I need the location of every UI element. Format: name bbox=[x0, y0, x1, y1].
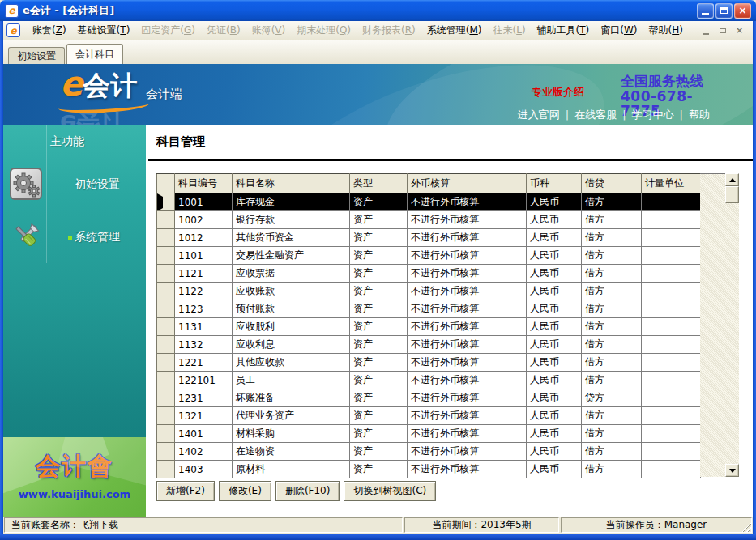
row-selector-cell[interactable] bbox=[157, 461, 175, 478]
scroll-up-button[interactable] bbox=[725, 173, 739, 186]
delete-button[interactable]: 删除(F10) bbox=[275, 481, 340, 501]
cell[interactable]: 人民币 bbox=[527, 211, 582, 229]
table-row[interactable]: 1402在途物资资产不进行外币核算人民币借方 bbox=[157, 443, 701, 461]
row-selector-cell[interactable] bbox=[157, 425, 175, 443]
column-header-4[interactable]: 外币核算 bbox=[408, 174, 527, 193]
cell[interactable]: 资产 bbox=[350, 247, 408, 265]
column-header-2[interactable]: 科目名称 bbox=[233, 174, 350, 193]
vertical-scrollbar[interactable] bbox=[725, 173, 739, 477]
cell[interactable]: 资产 bbox=[350, 461, 408, 478]
cell[interactable]: 不进行外币核算 bbox=[408, 443, 527, 461]
cell[interactable]: 应收票据 bbox=[233, 265, 350, 283]
column-header-6[interactable]: 借贷 bbox=[582, 174, 642, 193]
row-selector-cell[interactable] bbox=[157, 283, 175, 300]
row-selector-cell[interactable] bbox=[157, 372, 175, 389]
cell[interactable]: 借方 bbox=[582, 372, 642, 389]
row-selector-cell[interactable] bbox=[157, 389, 175, 407]
pro-edition-link[interactable]: 专业版介绍 bbox=[532, 85, 584, 100]
cell[interactable] bbox=[642, 354, 701, 372]
table-row[interactable]: 1001库存现金资产不进行外币核算人民币借方 bbox=[157, 193, 701, 211]
cell[interactable] bbox=[642, 461, 701, 478]
menu-item-11[interactable]: 窗口(W) bbox=[595, 21, 643, 40]
cell[interactable]: 1221 bbox=[175, 354, 233, 372]
cell[interactable]: 借方 bbox=[582, 265, 642, 283]
cell[interactable]: 原材料 bbox=[233, 461, 350, 478]
cell[interactable]: 资产 bbox=[350, 372, 408, 389]
table-row[interactable]: 1101交易性金融资产资产不进行外币核算人民币借方 bbox=[157, 247, 701, 265]
cell[interactable]: 应收利息 bbox=[233, 336, 350, 354]
cell[interactable]: 1002 bbox=[175, 211, 233, 229]
cell[interactable]: 资产 bbox=[350, 336, 408, 354]
cell[interactable] bbox=[642, 425, 701, 443]
cell[interactable]: 借方 bbox=[582, 461, 642, 478]
cell[interactable]: 人民币 bbox=[527, 247, 582, 265]
switch-tree-view-button[interactable]: 切换到树视图(C) bbox=[344, 481, 436, 501]
close-button[interactable]: × bbox=[734, 3, 751, 19]
row-selector-cell[interactable] bbox=[157, 318, 175, 336]
cell[interactable] bbox=[642, 443, 701, 461]
cell[interactable]: 贷方 bbox=[582, 389, 642, 407]
cell[interactable]: 资产 bbox=[350, 265, 408, 283]
column-header-1[interactable]: 科目编号 bbox=[175, 174, 233, 193]
cell[interactable]: 1123 bbox=[175, 300, 233, 318]
cell[interactable] bbox=[642, 283, 701, 300]
menu-item-10[interactable]: 辅助工具(T) bbox=[532, 21, 596, 40]
column-header-5[interactable]: 币种 bbox=[527, 174, 582, 193]
banner-link-4[interactable]: 帮助 bbox=[683, 108, 715, 121]
cell[interactable]: 借方 bbox=[582, 193, 642, 211]
cell[interactable] bbox=[642, 265, 701, 283]
cell[interactable]: 1401 bbox=[175, 425, 233, 443]
cell[interactable]: 坏账准备 bbox=[233, 389, 350, 407]
cell[interactable]: 资产 bbox=[350, 318, 408, 336]
table-row[interactable]: 1321代理业务资产资产不进行外币核算人民币借方 bbox=[157, 407, 701, 425]
cell[interactable]: 1131 bbox=[175, 318, 233, 336]
cell[interactable]: 人民币 bbox=[527, 407, 582, 425]
cell[interactable] bbox=[642, 193, 701, 211]
cell[interactable]: 其他应收款 bbox=[233, 354, 350, 372]
cell[interactable]: 1012 bbox=[175, 229, 233, 247]
cell[interactable]: 122101 bbox=[175, 372, 233, 389]
row-selector-cell[interactable] bbox=[157, 443, 175, 461]
add-button[interactable]: 新增(F2) bbox=[156, 481, 215, 501]
menu-item-1[interactable]: 账套(Z) bbox=[27, 21, 72, 40]
cell[interactable]: 人民币 bbox=[527, 229, 582, 247]
row-selector-cell[interactable] bbox=[157, 336, 175, 354]
cell[interactable]: 不进行外币核算 bbox=[408, 229, 527, 247]
cell[interactable]: 不进行外币核算 bbox=[408, 283, 527, 300]
column-header-3[interactable]: 类型 bbox=[350, 174, 408, 193]
cell[interactable]: 不进行外币核算 bbox=[408, 372, 527, 389]
cell[interactable]: 不进行外币核算 bbox=[408, 389, 527, 407]
cell[interactable]: 人民币 bbox=[527, 318, 582, 336]
table-row[interactable]: 1121应收票据资产不进行外币核算人民币借方 bbox=[157, 265, 701, 283]
cell[interactable]: 不进行外币核算 bbox=[408, 425, 527, 443]
minimize-button[interactable] bbox=[697, 3, 714, 19]
cell[interactable]: 不进行外币核算 bbox=[408, 354, 527, 372]
mdi-close-button[interactable]: × bbox=[733, 24, 746, 36]
table-row[interactable]: 1231坏账准备资产不进行外币核算人民币贷方 bbox=[157, 389, 701, 407]
cell[interactable]: 人民币 bbox=[527, 461, 582, 478]
cell[interactable]: 借方 bbox=[582, 211, 642, 229]
cell[interactable]: 不进行外币核算 bbox=[408, 193, 527, 211]
cell[interactable]: 员工 bbox=[233, 372, 350, 389]
cell[interactable]: 1403 bbox=[175, 461, 233, 478]
cell[interactable]: 1231 bbox=[175, 389, 233, 407]
cell[interactable]: 借方 bbox=[582, 229, 642, 247]
cell[interactable] bbox=[642, 372, 701, 389]
resize-grip[interactable] bbox=[741, 521, 751, 532]
tab-1[interactable]: 初始设置 bbox=[8, 47, 65, 64]
cell[interactable]: 1001 bbox=[175, 193, 233, 211]
cell[interactable] bbox=[642, 389, 701, 407]
menu-item-12[interactable]: 帮助(H) bbox=[643, 21, 689, 40]
row-selector-cell[interactable] bbox=[157, 247, 175, 265]
sidebar-item-2[interactable]: 系统管理 bbox=[3, 220, 146, 254]
cell[interactable]: 资产 bbox=[350, 389, 408, 407]
cell[interactable]: 人民币 bbox=[527, 389, 582, 407]
cell[interactable]: 不进行外币核算 bbox=[408, 461, 527, 478]
table-row[interactable]: 1012其他货币资金资产不进行外币核算人民币借方 bbox=[157, 229, 701, 247]
cell[interactable]: 资产 bbox=[350, 283, 408, 300]
cell[interactable]: 借方 bbox=[582, 300, 642, 318]
cell[interactable]: 人民币 bbox=[527, 443, 582, 461]
cell[interactable]: 库存现金 bbox=[233, 193, 350, 211]
banner-link-2[interactable]: 在线客服 bbox=[569, 108, 622, 121]
cell[interactable]: 银行存款 bbox=[233, 211, 350, 229]
